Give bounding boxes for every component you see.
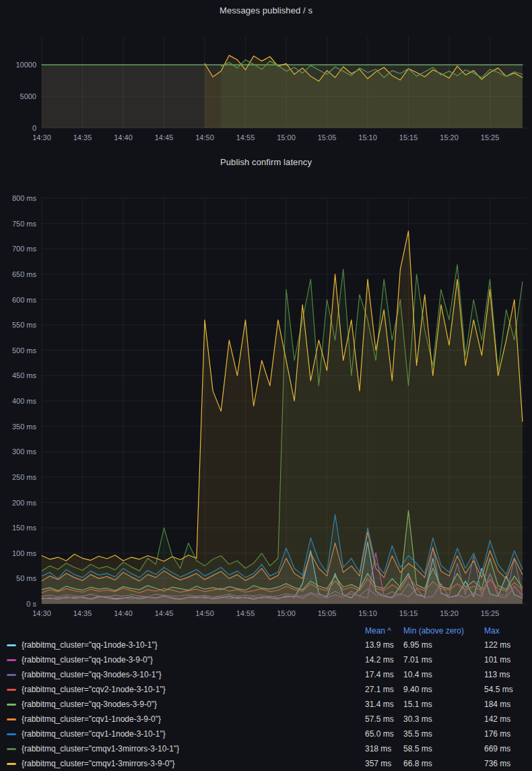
y-tick-label: 50 ms [16, 574, 36, 582]
x-tick-label: 15:25 [481, 609, 500, 617]
x-tick-label: 15:05 [318, 609, 337, 617]
legend-min-value: 15.1 ms [403, 700, 484, 709]
legend-sort-mean[interactable]: Mean ^ [365, 626, 403, 636]
legend-row: {rabbitmq_cluster="cqv2-1node-3-10-1"} 2… [7, 682, 521, 697]
x-tick-label: 14:55 [236, 133, 255, 142]
legend-mean-value: 31.4 ms [365, 700, 403, 709]
y-tick-label: 10000 [15, 61, 36, 69]
y-tick-label: 350 ms [12, 423, 37, 431]
legend-table: Mean ^ Min (above zero) Max {rabbitmq_cl… [0, 621, 532, 771]
x-tick-label: 15:15 [399, 609, 418, 617]
legend-max-value: 142 ms [484, 714, 521, 724]
legend-mean-value: 57.5 ms [365, 714, 403, 724]
legend-mean-value: 17.4 ms [365, 670, 403, 679]
series-color-swatch[interactable] [7, 704, 16, 706]
series-color-swatch[interactable] [7, 718, 16, 720]
legend-mean-value: 65.0 ms [365, 729, 403, 739]
legend-min-value: 30.3 ms [403, 714, 484, 724]
legend-mean-value: 13.9 ms [365, 640, 403, 650]
y-tick-label: 300 ms [12, 448, 37, 456]
legend-mean-value: 357 ms [365, 759, 403, 768]
y-tick-label: 200 ms [12, 499, 37, 507]
legend-min-value: 9.40 ms [403, 685, 484, 694]
y-tick-label: 400 ms [12, 397, 37, 405]
y-tick-label: 550 ms [12, 321, 37, 329]
legend-row: {rabbitmq_cluster="cqv1-1node-3-9-0"} 57… [7, 712, 521, 727]
legend-mean-value: 14.2 ms [365, 655, 403, 665]
series-color-swatch[interactable] [7, 644, 16, 646]
grafana-dashboard: { "theme": { "background": "#111217", "g… [0, 0, 532, 771]
legend-max-value: 669 ms [484, 744, 521, 753]
x-tick-label: 14:50 [195, 609, 214, 617]
y-tick-label: 800 ms [12, 194, 37, 202]
legend-row: {rabbitmq_cluster="qq-3nodes-3-10-1"} 17… [7, 667, 521, 682]
x-tick-label: 15:05 [318, 133, 337, 142]
y-tick-label: 0 s [26, 600, 36, 608]
legend-min-value: 35.5 ms [403, 729, 484, 739]
series-color-swatch[interactable] [7, 689, 16, 691]
legend-series-label[interactable]: {rabbitmq_cluster="cqv2-1node-3-10-1"} [7, 685, 365, 694]
legend-header-row: Mean ^ Min (above zero) Max [7, 624, 521, 638]
y-tick-label: 450 ms [12, 371, 37, 379]
legend-row: {rabbitmq_cluster="qq-1node-3-9-0"} 14.2… [7, 652, 521, 667]
messages-published-chart[interactable]: 14:3014:3514:4014:4514:5014:5515:0015:05… [0, 20, 532, 148]
legend-max-value: 184 ms [484, 700, 521, 709]
legend-mean-value: 27.1 ms [365, 685, 403, 694]
y-tick-label: 750 ms [12, 220, 37, 228]
legend-series-label[interactable]: {rabbitmq_cluster="cmqv1-3mirrors-3-9-0"… [7, 759, 365, 768]
panel-title-publish-confirm-latency[interactable]: Publish confirm latency [0, 148, 532, 175]
legend-row: {rabbitmq_cluster="qq-1node-3-10-1"} 13.… [7, 638, 521, 652]
legend-series-label[interactable]: {rabbitmq_cluster="qq-3nodes-3-10-1"} [7, 670, 365, 679]
legend-series-label[interactable]: {rabbitmq_cluster="cqv1-1node-3-9-0"} [7, 714, 365, 724]
legend-series-label[interactable]: {rabbitmq_cluster="qq-1node-3-9-0"} [7, 655, 365, 665]
legend-min-value: 10.4 ms [403, 670, 484, 679]
y-tick-label: 700 ms [12, 245, 37, 253]
legend-max-value: 122 ms [484, 640, 521, 650]
legend-min-value: 66.8 ms [403, 759, 484, 768]
y-tick-label: 650 ms [12, 270, 37, 278]
legend-series-label[interactable]: {rabbitmq_cluster="cqv1-1node-3-10-1"} [7, 729, 365, 739]
legend-row: {rabbitmq_cluster="cmqv1-3mirrors-3-9-0"… [7, 756, 521, 771]
x-tick-label: 14:40 [114, 609, 133, 617]
legend-series-label[interactable]: {rabbitmq_cluster="qq-1node-3-10-1"} [7, 640, 365, 650]
legend-min-value: 58.5 ms [403, 744, 484, 753]
y-tick-label: 0 [32, 124, 36, 132]
x-tick-label: 14:30 [32, 133, 51, 142]
x-tick-label: 15:10 [358, 133, 377, 142]
x-tick-label: 15:25 [481, 133, 500, 142]
series-area-cmqv1-3mirrors-3-9-0 [42, 231, 523, 604]
panel-title-messages-published[interactable]: Messages published / s [0, 0, 532, 20]
x-tick-label: 14:50 [195, 133, 214, 142]
publish-confirm-latency-chart[interactable]: 14:3014:3514:4014:4514:5014:5515:0015:05… [0, 175, 532, 621]
x-tick-label: 14:45 [155, 133, 174, 142]
legend-sort-min[interactable]: Min (above zero) [403, 626, 484, 636]
x-tick-label: 15:20 [440, 133, 459, 142]
x-tick-label: 14:55 [236, 609, 255, 617]
x-tick-label: 14:35 [73, 609, 92, 617]
y-tick-label: 150 ms [12, 524, 37, 532]
legend-max-value: 736 ms [484, 759, 521, 768]
y-tick-label: 100 ms [12, 549, 37, 557]
x-tick-label: 14:40 [114, 133, 133, 142]
series-color-swatch[interactable] [7, 733, 16, 735]
x-tick-label: 15:20 [440, 609, 459, 617]
series-color-swatch[interactable] [7, 748, 16, 750]
x-tick-label: 15:00 [277, 133, 296, 142]
legend-row: {rabbitmq_cluster="qq-3nodes-3-9-0"} 31.… [7, 697, 521, 712]
series-color-swatch[interactable] [7, 674, 16, 676]
panel-publish-confirm-latency: Publish confirm latency 14:3014:3514:401… [0, 148, 532, 621]
legend-series-label[interactable]: {rabbitmq_cluster="cmqv1-3mirrors-3-10-1… [7, 744, 365, 753]
legend-max-value: 101 ms [484, 655, 521, 665]
x-tick-label: 14:35 [73, 133, 92, 142]
legend-series-label[interactable]: {rabbitmq_cluster="qq-3nodes-3-9-0"} [7, 700, 365, 709]
x-tick-label: 14:45 [155, 609, 174, 617]
legend-mean-value: 318 ms [365, 744, 403, 753]
y-tick-label: 500 ms [12, 346, 37, 354]
series-color-swatch[interactable] [7, 763, 16, 765]
legend-min-value: 6.95 ms [403, 640, 484, 650]
x-tick-label: 14:30 [32, 609, 51, 617]
legend-sort-max[interactable]: Max [484, 626, 521, 636]
legend-min-value: 7.01 ms [403, 655, 484, 665]
series-color-swatch[interactable] [7, 659, 16, 661]
y-tick-label: 250 ms [12, 473, 37, 481]
